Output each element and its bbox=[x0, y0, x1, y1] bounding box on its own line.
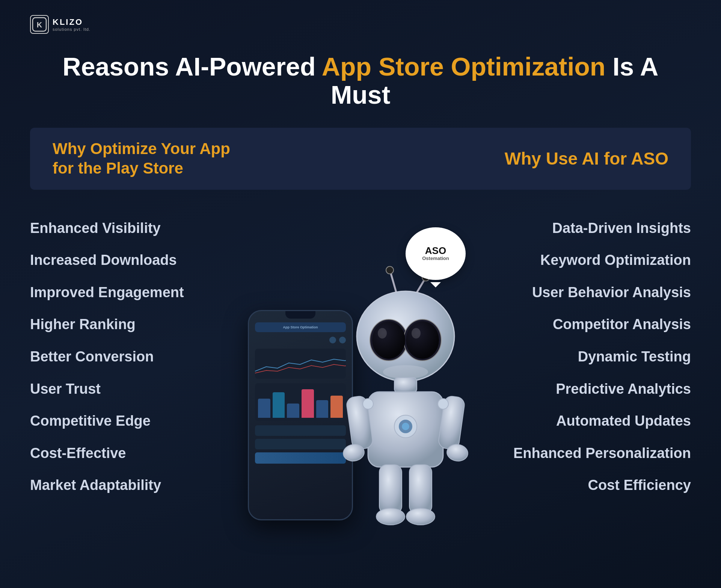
bubble-main-text: ASO bbox=[425, 246, 446, 255]
list-item: Cost Efficiency bbox=[588, 469, 691, 502]
phone-bar bbox=[273, 392, 285, 417]
svg-rect-25 bbox=[409, 465, 432, 514]
list-item: User Behavior Analysis bbox=[532, 277, 691, 309]
logo-sub-text: solutions pvt. ltd. bbox=[53, 27, 91, 32]
robot-container: App Store Optimation bbox=[233, 220, 488, 543]
page-wrapper: K KLIZO solutions pvt. ltd. Reasons AI-P… bbox=[0, 0, 721, 588]
svg-point-3 bbox=[386, 266, 394, 274]
svg-rect-23 bbox=[379, 465, 402, 514]
speech-bubble: ASO Ostemation bbox=[406, 227, 466, 280]
right-column: Data-Driven Insights Keyword Optimizatio… bbox=[496, 212, 691, 502]
svg-point-9 bbox=[372, 321, 405, 359]
logo-icon: K bbox=[30, 15, 49, 34]
svg-point-10 bbox=[406, 321, 439, 359]
svg-point-27 bbox=[363, 399, 373, 409]
svg-point-24 bbox=[376, 508, 405, 525]
svg-point-26 bbox=[406, 508, 435, 525]
list-item: Cost-Effective bbox=[30, 437, 225, 470]
list-item: Increased Downloads bbox=[30, 244, 225, 277]
svg-text:K: K bbox=[37, 21, 42, 29]
list-item: Market Adaptability bbox=[30, 469, 225, 502]
content-area: Enhanced Visibility Increased Downloads … bbox=[30, 212, 691, 550]
main-heading: Reasons AI-Powered App Store Optimizatio… bbox=[30, 53, 691, 109]
left-column: Enhanced Visibility Increased Downloads … bbox=[30, 212, 225, 502]
list-item: User Trust bbox=[30, 373, 225, 405]
bubble-sub-text: Ostemation bbox=[422, 255, 449, 261]
sub-header-left: Why Optimize Your Appfor the Play Store bbox=[53, 139, 230, 178]
list-item: Higher Ranking bbox=[30, 308, 225, 341]
list-item: Enhanced Visibility bbox=[30, 212, 225, 245]
list-item: Competitive Edge bbox=[30, 405, 225, 437]
robot-illustration bbox=[330, 261, 481, 543]
sub-header-bar: Why Optimize Your Appfor the Play Store … bbox=[30, 128, 691, 190]
list-item: Predictive Analytics bbox=[556, 373, 691, 405]
list-item: Data-Driven Insights bbox=[552, 212, 691, 245]
list-item: Better Conversion bbox=[30, 341, 225, 373]
list-item: Enhanced Personalization bbox=[513, 437, 691, 470]
logo-main-text: KLIZO bbox=[53, 17, 91, 27]
phone-bar bbox=[287, 404, 299, 418]
phone-notch bbox=[285, 311, 315, 319]
phone-bar bbox=[258, 399, 270, 417]
logo-area: K KLIZO solutions pvt. ltd. bbox=[30, 15, 691, 34]
list-item: Dynamic Testing bbox=[578, 341, 691, 373]
sub-header-right: Why Use AI for ASO bbox=[505, 148, 668, 169]
list-item: Competitor Analysis bbox=[553, 308, 691, 341]
svg-point-11 bbox=[378, 328, 387, 339]
svg-rect-14 bbox=[394, 378, 417, 393]
phone-bar bbox=[316, 400, 329, 417]
svg-point-18 bbox=[402, 423, 409, 430]
heading-highlight: App Store Optimization bbox=[322, 52, 606, 81]
phone-bar bbox=[302, 389, 314, 418]
svg-point-12 bbox=[412, 328, 421, 339]
svg-point-13 bbox=[383, 365, 428, 379]
center-area: App Store Optimation bbox=[225, 212, 496, 550]
list-item: Improved Engagement bbox=[30, 277, 225, 309]
svg-point-28 bbox=[438, 399, 448, 409]
list-item: Keyword Optimization bbox=[540, 244, 691, 277]
heading-part1: Reasons AI-Powered bbox=[63, 52, 322, 81]
logo-text-group: KLIZO solutions pvt. ltd. bbox=[53, 17, 91, 32]
list-item: Automated Updates bbox=[556, 405, 691, 437]
